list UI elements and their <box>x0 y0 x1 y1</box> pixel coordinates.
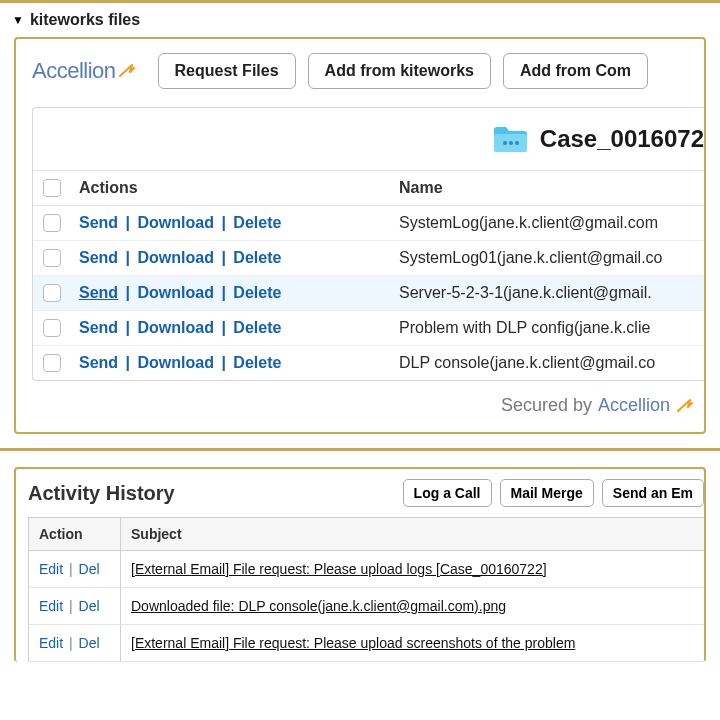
request-files-button[interactable]: Request Files <box>158 53 296 89</box>
activity-row: Edit | DelDownloaded file: DLP console(j… <box>29 588 704 625</box>
row-checkbox[interactable] <box>43 249 61 267</box>
file-row: Send | Download | DeleteSystemLog01(jane… <box>33 241 704 276</box>
select-all-checkbox[interactable] <box>43 179 61 197</box>
del-link[interactable]: Del <box>79 561 100 577</box>
secured-by-footer: Secured by Accellion <box>32 381 704 418</box>
file-name[interactable]: Server-5-2-3-1(jane.k.client@gmail. <box>399 284 652 301</box>
panel-title: kiteworks files <box>30 11 140 29</box>
row-actions: Send | Download | Delete <box>79 319 399 337</box>
activity-header-subject: Subject <box>121 518 704 550</box>
edit-link[interactable]: Edit <box>39 598 63 614</box>
edit-link[interactable]: Edit <box>39 635 63 651</box>
folder-icon <box>492 124 528 154</box>
row-checkbox[interactable] <box>43 354 61 372</box>
row-checkbox[interactable] <box>43 284 61 302</box>
activity-row: Edit | Del[External Email] File request:… <box>29 625 704 662</box>
activity-header: Activity History Log a Call Mail Merge S… <box>28 479 704 507</box>
row-actions: Send | Download | Delete <box>79 214 399 232</box>
edit-link[interactable]: Edit <box>39 561 63 577</box>
file-name[interactable]: Problem with DLP config(jane.k.clie <box>399 319 650 336</box>
row-actions: Send | Download | Delete <box>79 284 399 302</box>
del-link[interactable]: Del <box>79 598 100 614</box>
row-checkbox[interactable] <box>43 214 61 232</box>
twisty-down-icon: ▼ <box>12 13 24 27</box>
activity-table: Action Subject Edit | Del[External Email… <box>28 517 704 662</box>
mail-merge-button[interactable]: Mail Merge <box>500 479 594 507</box>
activity-subject[interactable]: [External Email] File request: Please up… <box>131 561 547 577</box>
activity-table-header: Action Subject <box>29 518 704 551</box>
activity-row-actions: Edit | Del <box>29 625 121 661</box>
activity-title: Activity History <box>28 482 195 505</box>
kiteworks-panel: Accellion Request Files Add from kitewor… <box>14 37 706 434</box>
log-call-button[interactable]: Log a Call <box>403 479 492 507</box>
header-actions: Actions <box>79 179 399 197</box>
file-name[interactable]: SystemLog(jane.k.client@gmail.com <box>399 214 658 231</box>
svg-point-1 <box>503 141 507 145</box>
activity-history-panel: Activity History Log a Call Mail Merge S… <box>14 467 706 662</box>
send-link[interactable]: Send <box>79 284 118 301</box>
download-link[interactable]: Download <box>138 354 214 371</box>
file-row: Send | Download | DeleteServer-5-2-3-1(j… <box>33 276 704 311</box>
case-title-row: Case_0016072 <box>33 108 704 171</box>
svg-point-3 <box>515 141 519 145</box>
activity-row: Edit | Del[External Email] File request:… <box>29 551 704 588</box>
file-list-header: Actions Name <box>33 171 704 206</box>
delete-link[interactable]: Delete <box>233 284 281 301</box>
download-link[interactable]: Download <box>138 249 214 266</box>
send-link[interactable]: Send <box>79 214 118 231</box>
activity-row-actions: Edit | Del <box>29 551 121 587</box>
del-link[interactable]: Del <box>79 635 100 651</box>
row-checkbox[interactable] <box>43 319 61 337</box>
activity-header-action: Action <box>29 518 121 550</box>
brand-word: Accellion <box>32 58 116 84</box>
activity-subject[interactable]: [External Email] File request: Please up… <box>131 635 575 651</box>
kiteworks-panel-header[interactable]: ▼ kiteworks files <box>0 3 720 37</box>
svg-point-2 <box>509 141 513 145</box>
file-row: Send | Download | DeleteProblem with DLP… <box>33 311 704 346</box>
toolbar: Accellion Request Files Add from kitewor… <box>32 53 704 89</box>
delete-link[interactable]: Delete <box>233 214 281 231</box>
download-link[interactable]: Download <box>138 284 214 301</box>
case-name: Case_0016072 <box>540 125 704 153</box>
arrow-icon <box>118 62 136 80</box>
download-link[interactable]: Download <box>138 319 214 336</box>
file-name[interactable]: SystemLog01(jane.k.client@gmail.co <box>399 249 662 266</box>
file-list-panel: Case_0016072 Actions Name Send | Downloa… <box>32 107 704 381</box>
delete-link[interactable]: Delete <box>233 354 281 371</box>
accellion-logo: Accellion <box>32 58 146 84</box>
download-link[interactable]: Download <box>138 214 214 231</box>
header-name: Name <box>399 179 694 197</box>
secured-brand: Accellion <box>598 395 670 416</box>
send-link[interactable]: Send <box>79 319 118 336</box>
activity-subject[interactable]: Downloaded file: DLP console(jane.k.clie… <box>131 598 506 614</box>
add-from-kiteworks-button[interactable]: Add from kiteworks <box>308 53 491 89</box>
file-row: Send | Download | DeleteSystemLog(jane.k… <box>33 206 704 241</box>
send-link[interactable]: Send <box>79 354 118 371</box>
send-email-button[interactable]: Send an Em <box>602 479 704 507</box>
file-row: Send | Download | DeleteDLP console(jane… <box>33 346 704 380</box>
delete-link[interactable]: Delete <box>233 319 281 336</box>
delete-link[interactable]: Delete <box>233 249 281 266</box>
arrow-icon <box>676 397 694 415</box>
send-link[interactable]: Send <box>79 249 118 266</box>
activity-row-actions: Edit | Del <box>29 588 121 624</box>
add-from-com-button[interactable]: Add from Com <box>503 53 648 89</box>
file-name[interactable]: DLP console(jane.k.client@gmail.co <box>399 354 655 371</box>
secured-prefix: Secured by <box>501 395 592 416</box>
row-actions: Send | Download | Delete <box>79 249 399 267</box>
row-actions: Send | Download | Delete <box>79 354 399 372</box>
